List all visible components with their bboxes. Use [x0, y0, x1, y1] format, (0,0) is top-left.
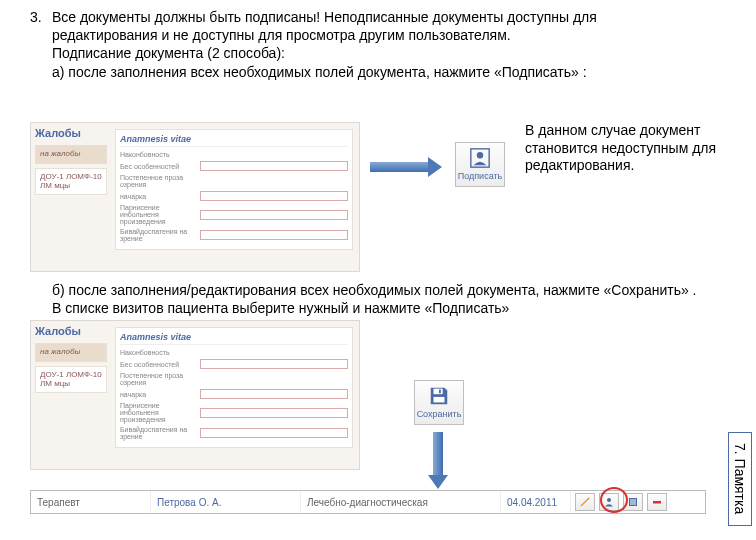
thumb-field-label: Бивайдоспатения на зрение [120, 228, 200, 242]
text-line: а) после заполнения всех необходимых пол… [30, 63, 730, 81]
side-tab-memo[interactable]: 7. Памятка [728, 432, 752, 526]
edit-button[interactable] [575, 493, 595, 511]
thumb-sidebar: на жалобы ДОУ-1 ЛОМФ-10 ЛМ мцы [35, 343, 107, 397]
sign-button-label: Подписать [456, 171, 504, 181]
thumb-input [200, 191, 348, 201]
item-number: 3. [30, 8, 48, 26]
thumb-form: Anamnesis vitae Наконбовность Бес особен… [115, 327, 353, 448]
thumb-input [200, 359, 348, 369]
visit-type: Лечебно-диагностическая [301, 491, 501, 513]
floppy-icon [415, 385, 463, 407]
thumb-input [200, 161, 348, 171]
thumb-input [200, 230, 348, 240]
thumb-side-row: ДОУ-1 ЛОМФ-10 ЛМ мцы [35, 366, 107, 394]
svg-point-1 [477, 152, 483, 158]
thumb-field-label: Бес особенностей [120, 361, 200, 368]
thumb-field-label: Парнисение инбольненя произведения [120, 402, 200, 423]
svg-rect-8 [630, 502, 636, 503]
delete-button[interactable] [647, 493, 667, 511]
sign-button[interactable]: Подписать [455, 142, 505, 187]
save-button[interactable]: Сохранить [414, 380, 464, 425]
thumb-field-label: Бес особенностей [120, 163, 200, 170]
person-icon [456, 147, 504, 169]
thumb-field-label: Наконбовность [120, 151, 200, 158]
thumb-title: Жалобы [35, 325, 81, 337]
thumb-side-row: на жалобы [35, 343, 107, 362]
thumb-input [200, 408, 348, 418]
form-icon [627, 496, 639, 508]
svg-rect-7 [630, 500, 636, 501]
thumb-field-label: начарка [120, 193, 200, 200]
thumb-field-label: Бивайдоспатения на зрение [120, 426, 200, 440]
pencil-icon [579, 496, 591, 508]
explanation-text: В данном случае документ становится недо… [525, 122, 740, 175]
person-icon [603, 496, 615, 508]
svg-rect-2 [434, 389, 443, 395]
thumb-field-label: начарка [120, 391, 200, 398]
thumb-field-label: Постепенное проза озрения [120, 372, 200, 386]
thumb-sidebar: на жалобы ДОУ-1 ЛОМФ-10 ЛМ мцы [35, 145, 107, 199]
svg-rect-10 [653, 501, 661, 504]
svg-rect-9 [630, 504, 636, 505]
thumb-field-label: Постепенное проза озрения [120, 174, 200, 188]
thumb-form: Anamnesis vitae Наконбовность Бес особен… [115, 129, 353, 250]
instruction-block: 3. Все документы должны быть подписаны! … [30, 8, 730, 81]
arrow-right-icon [370, 160, 440, 174]
svg-point-5 [607, 498, 611, 502]
thumb-input [200, 428, 348, 438]
thumb-field-label: Парнисение инбольненя произведения [120, 204, 200, 225]
text-line: редактирования и не доступны для просмот… [30, 26, 730, 44]
side-tab-label: 7. Памятка [732, 443, 748, 514]
screenshot-thumbnail-b: Жалобы на жалобы ДОУ-1 ЛОМФ-10 ЛМ мцы An… [30, 320, 360, 470]
visit-doctor: Петрова О. А. [151, 491, 301, 513]
thumb-form-title: Anamnesis vitae [120, 134, 348, 147]
save-button-label: Сохранить [415, 409, 463, 419]
form-button[interactable] [623, 493, 643, 511]
svg-rect-4 [434, 397, 445, 403]
visit-row[interactable]: Терапевт Петрова О. А. Лечебно-диагности… [30, 490, 706, 514]
visit-role: Терапевт [31, 491, 151, 513]
text-line: Подписание документа (2 способа): [30, 44, 730, 62]
screenshot-thumbnail-a: Жалобы на жалобы ДОУ-1 ЛОМФ-10 ЛМ мцы An… [30, 122, 360, 272]
text-line: В списке визитов пациента выберите нужны… [52, 300, 742, 318]
thumb-field-label: Наконбовность [120, 349, 200, 356]
visit-actions [571, 493, 671, 511]
thumb-input [200, 389, 348, 399]
thumb-input [200, 210, 348, 220]
thumb-side-row: ДОУ-1 ЛОМФ-10 ЛМ мцы [35, 168, 107, 196]
paragraph-b: б) после заполнения/редактирования всех … [52, 282, 742, 317]
thumb-title: Жалобы [35, 127, 81, 139]
svg-rect-3 [439, 390, 441, 394]
minus-icon [651, 496, 663, 508]
thumb-form-title: Anamnesis vitae [120, 332, 348, 345]
text-line: б) после заполнения/редактирования всех … [52, 282, 742, 300]
visit-date: 04.04.2011 [501, 491, 571, 513]
thumb-side-row: на жалобы [35, 145, 107, 164]
text-line: Все документы должны быть подписаны! Неп… [52, 9, 597, 25]
arrow-down-icon [431, 432, 445, 487]
sign-action-button[interactable] [599, 493, 619, 511]
